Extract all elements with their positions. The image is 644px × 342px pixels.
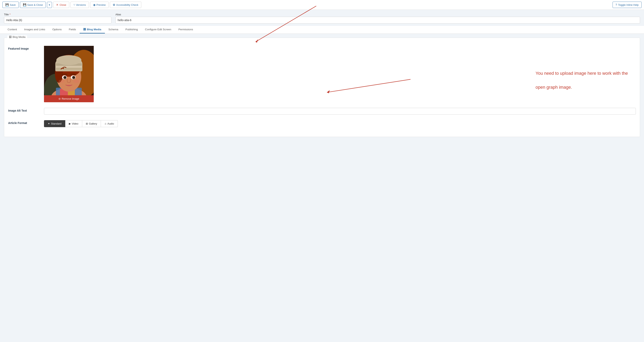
toolbar: 💾 Save 💾 Save & Close ▾ ✕ Close ⑂ Versio… bbox=[0, 0, 644, 10]
title-group: Title * bbox=[4, 13, 112, 24]
format-standard-button[interactable]: ✦ Standard bbox=[44, 120, 65, 127]
alias-group: Alias bbox=[116, 13, 640, 24]
article-format-label: Article Format bbox=[8, 120, 40, 125]
format-buttons: ✦ Standard ▶ Video ⊞ Gallery ♫ Audio bbox=[44, 120, 636, 127]
article-format-row: Article Format ✦ Standard ▶ Video ⊞ Gall… bbox=[8, 120, 636, 127]
blog-media-tab-icon: 🖼 bbox=[83, 28, 86, 31]
versions-label: Versions bbox=[76, 4, 86, 6]
tab-permissions[interactable]: Permissions bbox=[175, 26, 197, 34]
annotation-area: You need to upload image here to work wi… bbox=[100, 46, 636, 102]
remove-image-button[interactable]: ⊖ Remove Image bbox=[44, 95, 94, 102]
standard-icon: ✦ bbox=[48, 122, 50, 125]
svg-point-24 bbox=[73, 80, 79, 83]
tabs-bar: Content Images and Links Options Fields … bbox=[0, 26, 644, 34]
featured-image-container: ⊖ Remove Image bbox=[44, 46, 94, 102]
article-format-field: ✦ Standard ▶ Video ⊞ Gallery ♫ Audio bbox=[44, 120, 636, 127]
video-label: Video bbox=[72, 122, 78, 125]
format-audio-button[interactable]: ♫ Audio bbox=[101, 120, 118, 127]
card-title-icon: 🖼 bbox=[9, 36, 12, 39]
featured-image-row: Featured Image bbox=[8, 46, 636, 102]
standard-label: Standard bbox=[51, 122, 62, 125]
featured-image-field: ⊖ Remove Image You need to upload image … bbox=[44, 46, 636, 102]
svg-point-16 bbox=[56, 55, 82, 65]
title-input[interactable] bbox=[4, 17, 112, 24]
tab-configure-edit-screen[interactable]: Configure Edit Screen bbox=[142, 26, 175, 34]
svg-rect-15 bbox=[56, 68, 82, 70]
preview-label: Preview bbox=[96, 4, 106, 6]
svg-marker-26 bbox=[327, 90, 330, 93]
preview-icon: ◉ bbox=[93, 3, 96, 6]
save-button[interactable]: 💾 Save bbox=[2, 2, 19, 8]
svg-point-23 bbox=[58, 80, 64, 83]
gallery-icon: ⊞ bbox=[86, 122, 88, 125]
form-row-title-alias: Title * Alias bbox=[4, 13, 640, 24]
alias-label: Alias bbox=[116, 13, 640, 16]
annotation-text: You need to upload image here to work wi… bbox=[536, 70, 628, 91]
tab-options[interactable]: Options bbox=[49, 26, 65, 34]
close-label: Close bbox=[60, 4, 66, 6]
remove-image-icon: ⊖ bbox=[58, 97, 61, 100]
image-alt-text-input[interactable] bbox=[44, 108, 636, 115]
tab-blog-media[interactable]: 🖼 Blog Media bbox=[80, 26, 105, 34]
accessibility-icon: ✿ bbox=[113, 3, 115, 6]
tab-fields[interactable]: Fields bbox=[65, 26, 80, 34]
preview-button[interactable]: ◉ Preview bbox=[90, 2, 109, 8]
accessibility-button[interactable]: ✿ Accessibility Check bbox=[110, 2, 141, 8]
save-close-icon: 💾 bbox=[23, 3, 26, 6]
versions-icon: ⑂ bbox=[74, 3, 75, 6]
versions-button[interactable]: ⑂ Versions bbox=[70, 2, 89, 8]
accessibility-label: Accessibility Check bbox=[116, 4, 138, 6]
video-icon: ▶ bbox=[69, 122, 71, 125]
svg-line-25 bbox=[327, 79, 410, 92]
remove-image-label: Remove Image bbox=[62, 97, 79, 100]
help-button[interactable]: ? Toggle Inline Help bbox=[612, 2, 642, 8]
image-alt-text-field bbox=[44, 108, 636, 115]
featured-image-label: Featured Image bbox=[8, 46, 40, 50]
image-alt-text-row: Image Alt Text bbox=[8, 108, 636, 115]
main-content: 🖼 Blog Media Featured Image bbox=[0, 34, 644, 141]
tab-content[interactable]: Content bbox=[4, 26, 20, 34]
help-icon: ? bbox=[616, 3, 617, 6]
audio-icon: ♫ bbox=[104, 122, 106, 125]
image-alt-text-label: Image Alt Text bbox=[8, 108, 40, 112]
save-icon: 💾 bbox=[5, 3, 9, 6]
svg-rect-14 bbox=[56, 66, 82, 68]
title-label: Title * bbox=[4, 13, 112, 16]
tab-publishing[interactable]: Publishing bbox=[122, 26, 141, 34]
gallery-label: Gallery bbox=[89, 122, 97, 125]
card-title: 🖼 Blog Media bbox=[7, 36, 27, 39]
toolbar-right: ? Toggle Inline Help bbox=[612, 2, 642, 8]
form-area: Title * Alias bbox=[0, 10, 644, 24]
save-label: Save bbox=[10, 4, 16, 6]
close-icon: ✕ bbox=[56, 3, 58, 6]
close-button[interactable]: ✕ Close bbox=[53, 2, 69, 8]
format-gallery-button[interactable]: ⊞ Gallery bbox=[82, 120, 101, 127]
audio-label: Audio bbox=[108, 122, 114, 125]
format-video-button[interactable]: ▶ Video bbox=[65, 120, 82, 127]
svg-point-21 bbox=[64, 76, 66, 78]
save-dropdown-button[interactable]: ▾ bbox=[47, 2, 52, 8]
tab-images-links[interactable]: Images and Links bbox=[20, 26, 49, 34]
alias-input[interactable] bbox=[116, 17, 640, 24]
blog-media-card: 🖼 Blog Media Featured Image bbox=[4, 38, 640, 137]
help-label: Toggle Inline Help bbox=[618, 4, 639, 6]
tab-schema[interactable]: Schema bbox=[105, 26, 122, 34]
save-close-button[interactable]: 💾 Save & Close bbox=[20, 2, 46, 8]
save-close-label: Save & Close bbox=[27, 4, 43, 6]
svg-point-22 bbox=[73, 76, 75, 78]
featured-image bbox=[44, 46, 94, 102]
